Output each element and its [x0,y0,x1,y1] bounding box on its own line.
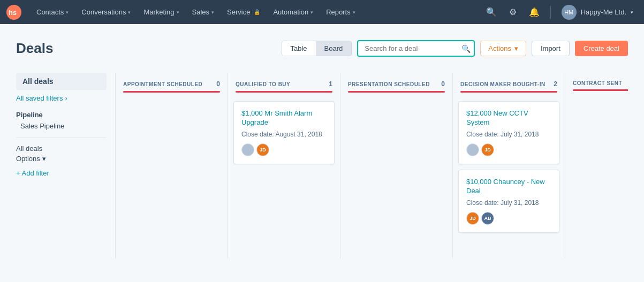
options-chevron-icon: ▾ [42,155,46,163]
nav-contacts[interactable]: Contacts ▾ [30,0,75,24]
actions-button[interactable]: Actions ▾ [480,41,526,56]
column-title: QUALIFIED TO BUY [236,81,290,87]
deal-avatars: JD [241,143,327,156]
column-bar [236,91,332,93]
kanban-board: APPOINTMENT SCHEDULED 0 QUALIFIED TO BUY… [115,73,628,258]
page-content: Deals Table Board 🔍 Actions ▾ Import Cre… [0,24,644,258]
column-bar [123,91,220,93]
sidebar-divider [16,138,107,138]
deal-name: $12,000 New CCTV System [466,109,551,127]
svg-text:hs: hs [9,9,17,16]
avatar [241,143,254,156]
saved-filters-link[interactable]: All saved filters › [16,94,107,102]
settings-nav-button[interactable]: ⚙ [503,3,522,22]
add-filter-button[interactable]: + Add filter [16,169,107,177]
options-button[interactable]: Options ▾ [16,155,107,163]
column-cards [116,98,228,258]
contacts-chevron-icon: ▾ [66,10,69,15]
board-view-button[interactable]: Board [316,41,352,56]
column-count: 1 [329,80,332,88]
column-header: QUALIFIED TO BUY 1 [228,73,340,91]
avatar: JD [466,212,479,225]
deal-name: $10,000 Chauncey - New Deal [466,178,551,196]
deal-avatars: JD AB [466,212,551,225]
column-cards [340,98,452,258]
column-cards [565,96,628,257]
create-deal-button[interactable]: Create deal [575,41,628,56]
column-contract-sent: CONTRACT SENT [565,73,628,258]
nav-divider [550,6,551,19]
account-avatar: HM [562,5,577,20]
avatar: JD [256,143,269,156]
avatar: JD [481,143,494,156]
column-title: DECISION MAKER BOUGHT-IN [460,81,545,87]
actions-chevron-icon: ▾ [514,44,518,52]
service-lock-icon: 🔒 [254,9,260,15]
column-presentation-scheduled: PRESENTATION SCHEDULED 0 [340,73,453,258]
column-cards: $12,000 New CCTV System Close date: July… [453,98,565,258]
page-title: Deals [16,40,53,57]
conversations-chevron-icon: ▾ [128,10,131,15]
avatar: AB [481,212,494,225]
main-layout: All deals All saved filters › Pipeline S… [16,73,628,258]
deal-search-wrapper: 🔍 [357,40,475,57]
account-chevron-icon: ▾ [631,10,633,15]
deal-card[interactable]: $10,000 Chauncey - New Deal Close date: … [458,170,559,233]
deal-close-date: Close date: August 31, 2018 [241,131,327,138]
search-icon[interactable]: 🔍 [461,44,471,53]
deal-close-date: Close date: July 31, 2018 [466,199,551,207]
column-bar [460,91,557,93]
nav-automation[interactable]: Automation ▾ [267,0,320,24]
nav-sales[interactable]: Sales ▾ [186,0,221,24]
column-bar [348,91,445,93]
column-title: PRESENTATION SCHEDULED [348,81,430,87]
deal-card[interactable]: $1,000 Mr Smith Alarm Upgrade Close date… [233,101,335,164]
add-filter-label: + Add filter [16,169,49,177]
column-header: PRESENTATION SCHEDULED 0 [340,73,452,91]
sidebar: All deals All saved filters › Pipeline S… [16,73,115,258]
search-nav-button[interactable]: 🔍 [482,3,501,22]
all-deals-filter[interactable]: All deals [16,144,107,153]
sidebar-all-deals[interactable]: All deals [16,73,107,90]
column-header: DECISION MAKER BOUGHT-IN 2 [453,73,565,91]
nav-service[interactable]: Service 🔒 [221,0,267,24]
sales-pipeline-item[interactable]: Sales Pipeline [16,121,107,131]
top-navigation: hs Contacts ▾ Conversations ▾ Marketing … [0,0,644,24]
column-header: APPOINTMENT SCHEDULED 0 [116,73,228,91]
column-count: 0 [216,80,220,88]
pipeline-label: Pipeline [16,111,107,119]
column-appointment-scheduled: APPOINTMENT SCHEDULED 0 [116,73,228,258]
deal-search-input[interactable] [357,40,475,57]
column-header: CONTRACT SENT [565,73,628,89]
sales-chevron-icon: ▾ [211,10,214,15]
column-title: APPOINTMENT SCHEDULED [123,81,202,87]
nav-marketing[interactable]: Marketing ▾ [137,0,185,24]
account-switcher[interactable]: HM Happy-Me Ltd. ▾ [557,3,638,22]
column-cards: $1,000 Mr Smith Alarm Upgrade Close date… [228,98,340,258]
column-qualified-to-buy: QUALIFIED TO BUY 1 $1,000 Mr Smith Alarm… [228,73,340,258]
marketing-chevron-icon: ▾ [177,10,179,15]
import-button[interactable]: Import [532,41,570,56]
table-view-button[interactable]: Table [282,41,316,56]
deal-name: $1,000 Mr Smith Alarm Upgrade [241,109,327,127]
deal-card[interactable]: $12,000 New CCTV System Close date: July… [458,101,559,164]
toolbar: Deals Table Board 🔍 Actions ▾ Import Cre… [16,40,628,57]
deal-avatars: JD [466,143,551,156]
automation-chevron-icon: ▾ [310,10,313,15]
column-decision-maker-bought-in: DECISION MAKER BOUGHT-IN 2 $12,000 New C… [453,73,565,258]
nav-reports[interactable]: Reports ▾ [320,0,362,24]
avatar [466,143,479,156]
column-count: 2 [554,80,557,88]
notifications-nav-button[interactable]: 🔔 [525,3,544,22]
saved-filters-chevron-icon: › [65,94,67,102]
column-bar [573,89,628,91]
hubspot-logo[interactable]: hs [6,5,21,20]
column-count: 0 [441,80,445,88]
reports-chevron-icon: ▾ [353,10,355,15]
column-title: CONTRACT SENT [573,80,622,86]
view-toggle: Table Board [282,41,352,56]
nav-conversations[interactable]: Conversations ▾ [75,0,137,24]
deal-close-date: Close date: July 31, 2018 [466,131,551,138]
